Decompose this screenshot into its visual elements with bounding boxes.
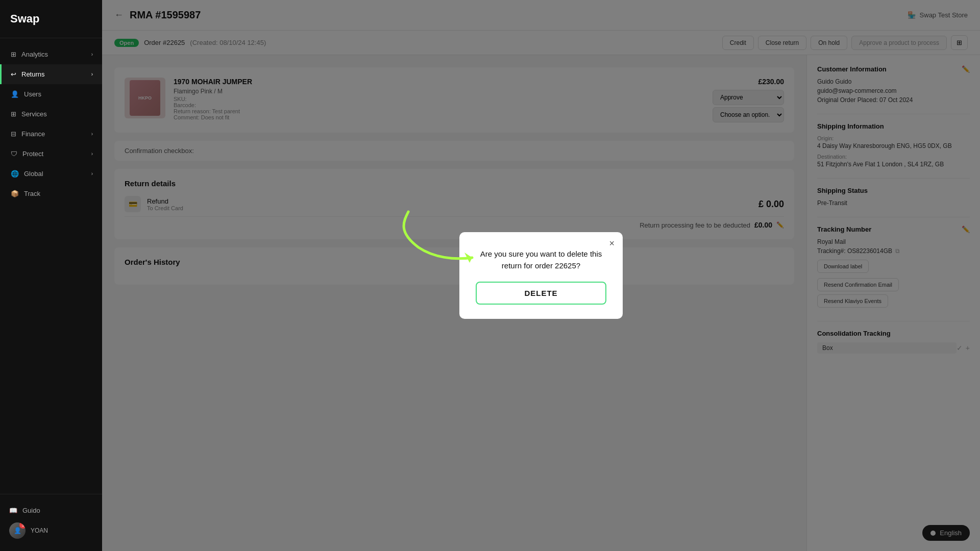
avatar: 👤 3	[9, 522, 26, 539]
track-icon: 📦	[11, 190, 19, 197]
sidebar-item-global[interactable]: 🌐 Global ›	[0, 164, 102, 184]
svg-marker-0	[464, 253, 472, 263]
return-icon: ↩	[11, 70, 16, 78]
main-content: ← RMA #1595987 🏪 Swap Test Store Open Or…	[102, 0, 980, 551]
sidebar-item-protect[interactable]: 🛡 Protect ›	[0, 144, 102, 164]
logo: Swap	[0, 0, 102, 38]
finance-icon: ⊟	[11, 130, 16, 138]
services-icon: ⊞	[11, 110, 16, 118]
sidebar-item-finance[interactable]: ⊟ Finance ›	[0, 124, 102, 144]
modal-text: Are you sure you want to delete this ret…	[476, 248, 606, 271]
delete-modal: × Are you sure you want to delete this r…	[459, 232, 623, 319]
sidebar-bottom: 📖 Guido 👤 3 YOAN	[0, 494, 102, 551]
sidebar-item-analytics[interactable]: ⊞ Analytics ›	[0, 44, 102, 64]
users-icon: 👤	[11, 90, 19, 98]
chevron-down-icon: ›	[91, 131, 93, 137]
sidebar-nav: ⊞ Analytics › ↩ Returns › 👤 Users ⊞ Serv…	[0, 38, 102, 494]
notification-badge: 3	[19, 522, 26, 529]
chevron-down-icon: ›	[91, 71, 93, 77]
global-icon: 🌐	[11, 170, 19, 178]
chevron-down-icon: ›	[91, 171, 93, 177]
modal-overlay[interactable]: × Are you sure you want to delete this r…	[102, 0, 980, 551]
chart-icon: ⊞	[11, 51, 16, 58]
sidebar-item-services[interactable]: ⊞ Services	[0, 104, 102, 124]
sidebar: Swap ⊞ Analytics › ↩ Returns › 👤 Users ⊞…	[0, 0, 102, 551]
protect-icon: 🛡	[11, 150, 17, 158]
chevron-down-icon: ›	[91, 52, 93, 57]
delete-button[interactable]: DELETE	[476, 282, 606, 305]
chevron-down-icon: ›	[91, 151, 93, 157]
sidebar-item-users[interactable]: 👤 Users	[0, 84, 102, 104]
guide-item[interactable]: 📖 Guido	[8, 503, 94, 518]
guide-icon: 📖	[9, 507, 17, 514]
sidebar-item-track[interactable]: 📦 Track	[0, 184, 102, 204]
sidebar-item-returns[interactable]: ↩ Returns ›	[0, 64, 102, 84]
arrow-annotation	[393, 202, 485, 270]
user-item[interactable]: 👤 3 YOAN	[8, 518, 94, 543]
modal-close-button[interactable]: ×	[609, 238, 615, 249]
